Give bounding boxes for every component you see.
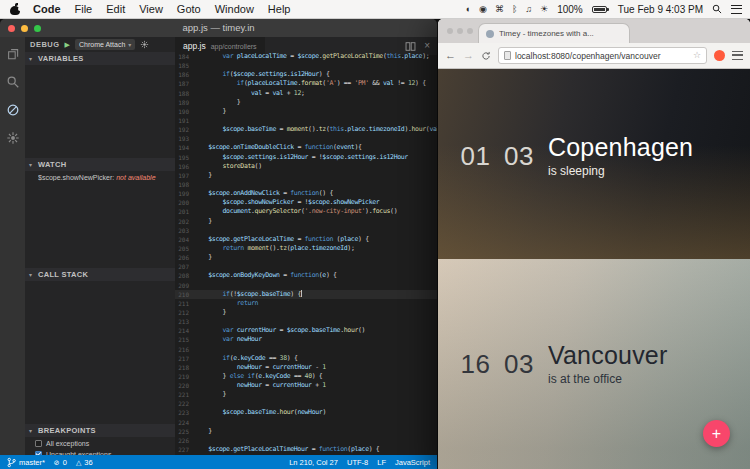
close-editor-icon[interactable]: × xyxy=(424,41,430,51)
search-icon[interactable] xyxy=(5,74,21,90)
menu-window[interactable]: Window xyxy=(208,3,261,15)
cursor-position[interactable]: Ln 210, Col 27 xyxy=(289,458,338,467)
line-number: 219 xyxy=(175,372,194,381)
git-branch-indicator[interactable]: master* xyxy=(7,457,45,468)
line-number: 223 xyxy=(175,408,194,417)
zoom-window-button[interactable] xyxy=(34,25,41,32)
code-area[interactable]: 184 var placeLocalTime = $scope.getPlace… xyxy=(175,52,437,455)
bookmark-star-icon[interactable]: ☆ xyxy=(693,51,701,60)
menu-view[interactable]: View xyxy=(132,3,170,15)
vscode-window: app.js — timey.in DEBUG ▶ Chrome Attach▾… xyxy=(0,19,437,469)
close-window-button[interactable] xyxy=(447,28,453,34)
line-number: 193 xyxy=(175,134,194,143)
language-indicator[interactable]: JavaScript xyxy=(395,458,430,467)
notification-center-icon[interactable] xyxy=(731,5,742,14)
vancouver-status: is at the office xyxy=(548,372,667,386)
extension-icon[interactable] xyxy=(714,50,725,61)
code-text: if(placeLocalTime.format('A') == 'PM' &&… xyxy=(194,79,426,88)
line-number: 186 xyxy=(175,70,194,79)
line-number: 218 xyxy=(175,363,194,372)
line-number: 207 xyxy=(175,262,194,271)
battery-percent: 100% xyxy=(557,4,583,15)
code-line: 227 $scope.getPlaceLocalTimeHour = funct… xyxy=(175,445,437,454)
url-bar[interactable]: localhost:8080/copenhagen/vancouver ☆ xyxy=(498,47,707,64)
code-line: 219 } else if(e.keyCode == 40) { xyxy=(175,372,437,381)
section-variables[interactable]: ▾VARIABLES xyxy=(25,52,175,65)
browser-menu-icon[interactable] xyxy=(732,51,743,60)
timezone-card-copenhagen: 01 03 Copenhagen is sleeping xyxy=(438,69,750,259)
code-line: 186 if($scope.settings.is12Hour) { xyxy=(175,70,437,79)
watch-expression[interactable]: $scope.showNewPicker: not available xyxy=(38,174,173,181)
chevron-down-icon: ▾ xyxy=(29,55,32,62)
tab-title: Timey - timezones with a... xyxy=(499,29,594,38)
menu-goto[interactable]: Goto xyxy=(170,3,208,15)
code-text: var placeLocalTime = $scope.getPlaceLoca… xyxy=(194,52,429,61)
error-value: 0 xyxy=(63,458,67,467)
settings-gear-icon[interactable] xyxy=(5,130,21,146)
debug-configure-icon[interactable] xyxy=(140,40,149,49)
copenhagen-time[interactable]: 01 03 xyxy=(454,141,534,172)
back-button[interactable]: ← xyxy=(445,50,456,61)
line-number: 224 xyxy=(175,418,194,427)
encoding-indicator[interactable]: UTF-8 xyxy=(347,458,368,467)
menubar-extra-icon[interactable]: ☀ xyxy=(540,4,548,14)
menubar-extra-icon[interactable]: ♫ xyxy=(525,4,532,14)
menubar-extra-icon[interactable]: ⌘ xyxy=(495,4,504,14)
minimize-window-button[interactable] xyxy=(21,25,28,32)
add-city-button[interactable]: + xyxy=(703,420,730,447)
section-breakpoints[interactable]: ▾BREAKPOINTS xyxy=(25,424,175,437)
code-text: $scope.showNewPicker = !$scope.showNewPi… xyxy=(194,198,379,207)
debug-start-button[interactable]: ▶ xyxy=(65,41,70,48)
section-call-stack[interactable]: ▾CALL STACK xyxy=(25,268,175,281)
vscode-titlebar[interactable]: app.js — timey.in xyxy=(0,19,437,37)
refresh-button[interactable] xyxy=(481,51,491,61)
explorer-icon[interactable] xyxy=(5,46,21,62)
vancouver-time[interactable]: 16 03 xyxy=(454,349,534,380)
menubar-extra-icon[interactable]: ᛒ xyxy=(512,4,517,14)
eol-indicator[interactable]: LF xyxy=(377,458,386,467)
code-line: 226 xyxy=(175,436,437,445)
spotlight-icon[interactable] xyxy=(712,4,722,14)
menu-app-name[interactable]: Code xyxy=(26,3,68,15)
line-number: 199 xyxy=(175,189,194,198)
warning-count[interactable]: △36 xyxy=(76,458,93,467)
browser-tabstrip: Timey - timezones with a... xyxy=(438,19,750,43)
menubar-extra-icon[interactable]: ◐ xyxy=(466,4,471,14)
chevron-down-icon: ▾ xyxy=(29,161,32,168)
menubar-clock[interactable]: Tue Feb 9 4:03 PM xyxy=(618,4,703,15)
menubar-extra-icon[interactable]: ◉ xyxy=(479,4,487,14)
debug-icon[interactable] xyxy=(5,102,21,118)
page-icon xyxy=(504,51,511,60)
code-text: var newHour xyxy=(194,335,262,344)
apple-menu-icon[interactable] xyxy=(10,3,21,15)
zoom-window-button[interactable] xyxy=(467,28,473,34)
breakpoint-all-exceptions[interactable]: All exceptions xyxy=(35,438,175,448)
minimize-window-button[interactable] xyxy=(457,28,463,34)
section-watch[interactable]: ▾WATCH xyxy=(25,158,175,171)
code-text: } xyxy=(194,171,212,180)
debug-config-dropdown[interactable]: Chrome Attach▾ xyxy=(75,39,135,50)
forward-button[interactable]: → xyxy=(463,50,474,61)
code-line: 187 if(placeLocalTime.format('A') == 'PM… xyxy=(175,79,437,88)
vancouver-city-name: Vancouver xyxy=(548,342,667,370)
code-text: } xyxy=(194,107,226,116)
error-count[interactable]: ⊘0 xyxy=(54,458,67,467)
code-line: 223 $scope.baseTime.hour(newHour) xyxy=(175,408,437,417)
chevron-down-icon: ▾ xyxy=(128,41,131,48)
code-text: } xyxy=(194,427,212,436)
menu-edit[interactable]: Edit xyxy=(99,3,132,15)
code-text: } else if(e.keyCode == 40) { xyxy=(194,372,322,381)
checkbox[interactable] xyxy=(35,440,42,447)
line-number: 217 xyxy=(175,354,194,363)
line-number: 200 xyxy=(175,198,194,207)
line-number: 221 xyxy=(175,390,194,399)
code-text: $scope.onAddNewClick = function() { xyxy=(194,189,333,198)
code-line: 184 var placeLocalTime = $scope.getPlace… xyxy=(175,52,437,61)
menu-help[interactable]: Help xyxy=(261,3,298,15)
browser-tab[interactable]: Timey - timezones with a... xyxy=(478,23,630,43)
menu-file[interactable]: File xyxy=(68,3,100,15)
tab-actions: × xyxy=(405,41,437,52)
close-window-button[interactable] xyxy=(8,25,15,32)
code-line: 212 } xyxy=(175,308,437,317)
split-editor-icon[interactable] xyxy=(405,41,416,52)
